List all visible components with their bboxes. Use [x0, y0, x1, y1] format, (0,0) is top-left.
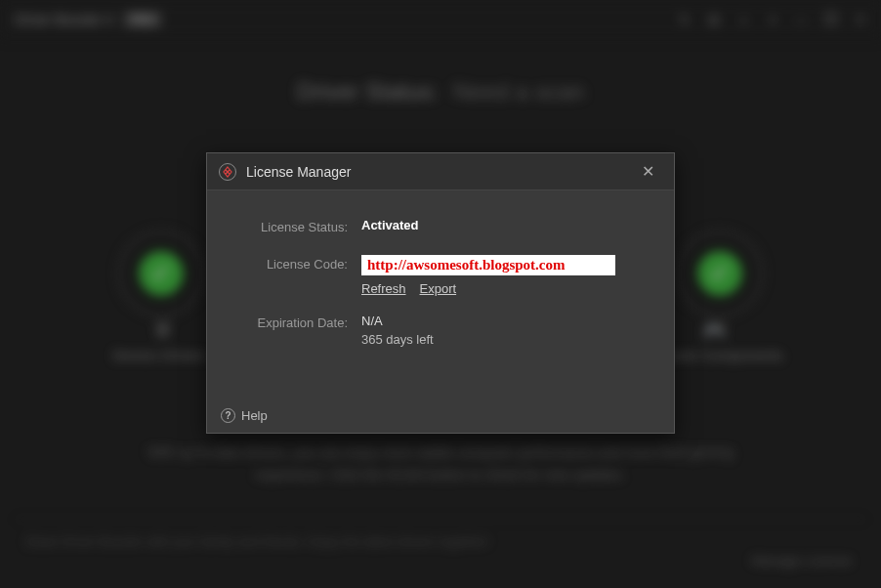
rescan-icon: ↻ [679, 12, 691, 27]
divider [15, 519, 866, 520]
close-button[interactable]: ✕ [634, 158, 662, 185]
close-icon: ✕ [855, 12, 866, 27]
license-code-row: License Code: http://awsomesoft.blogspot… [236, 255, 645, 296]
feedback-icon: ☺ [737, 12, 751, 27]
window-controls: ↻ ⊞ ☺ ≡ — ✕ [679, 12, 866, 27]
license-status-value: Activated [361, 218, 645, 232]
days-left: 365 days left [361, 332, 645, 347]
help-link[interactable]: Help [241, 408, 268, 423]
help-icon[interactable]: ? [221, 408, 235, 423]
app-title: Driver Booster 4 [15, 12, 113, 27]
export-link[interactable]: Export [420, 281, 457, 296]
license-status-label: License Status: [236, 218, 361, 237]
gamepad-icon: 🎮 [702, 318, 727, 342]
checkmark-icon: ✓ [697, 251, 742, 296]
action-icon: ⊞ [708, 12, 720, 27]
status-value: Need a scan [453, 78, 585, 105]
license-status-row: License Status: Activated [236, 218, 645, 237]
license-code-value: http://awsomesoft.blogspot.com [361, 255, 615, 275]
license-code-label: License Code: [236, 255, 361, 274]
game-components-circle: ✓ [676, 230, 764, 317]
dialog-footer: ? Help [207, 399, 674, 433]
checkmark-icon: ✓ [139, 251, 184, 296]
license-code-area: http://awsomesoft.blogspot.com Refresh E… [361, 255, 645, 296]
game-components-label: Game Components [656, 347, 783, 363]
refresh-link[interactable]: Refresh [361, 281, 406, 296]
footer-text-2: experience. Click the SCAN button to che… [99, 467, 782, 483]
share-text: Share Driver Booster with your family an… [24, 534, 489, 549]
expiration-row: Expiration Date: N/A 365 days left [236, 314, 645, 347]
manage-license-link: Manage License [751, 553, 852, 568]
maximize-icon [825, 12, 837, 27]
dialog-body: License Status: Activated License Code: … [207, 190, 674, 399]
dialog-header: License Manager ✕ [207, 153, 674, 190]
svg-rect-0 [826, 14, 836, 23]
device-drivers-label: Device Drivers [112, 347, 208, 363]
status-label: Driver Status: [297, 78, 439, 105]
driver-status: Driver Status: Need a scan [297, 78, 585, 105]
minimize-icon: — [794, 12, 808, 27]
license-manager-dialog: License Manager ✕ License Status: Activa… [206, 152, 675, 434]
dialog-title: License Manager [246, 164, 624, 180]
app-topbar: Driver Booster 4 PRO ↻ ⊞ ☺ ≡ — ✕ [0, 0, 881, 39]
monitor-icon: 🖥 [152, 318, 172, 341]
app-logo-icon [219, 163, 236, 181]
footer-text-1: With up-to-date drivers, you can enjoy m… [99, 444, 782, 460]
expiration-value-area: N/A 365 days left [361, 314, 645, 347]
edition-badge: PRO [123, 12, 162, 27]
expiration-value: N/A [361, 314, 645, 328]
expiration-label: Expiration Date: [236, 314, 361, 333]
license-actions: Refresh Export [361, 281, 645, 296]
menu-icon: ≡ [769, 12, 776, 27]
app-title-area: Driver Booster 4 PRO [15, 12, 162, 27]
device-drivers-circle: ✓ [117, 230, 205, 317]
